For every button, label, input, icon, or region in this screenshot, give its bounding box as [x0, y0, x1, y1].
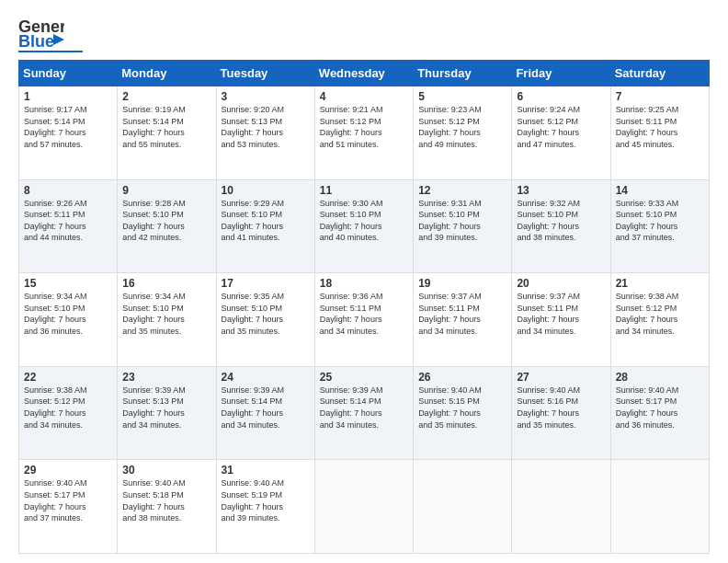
calendar-cell: 16Sunrise: 9:34 AM Sunset: 5:10 PM Dayli…	[118, 273, 216, 367]
calendar-cell: 29Sunrise: 9:40 AM Sunset: 5:17 PM Dayli…	[19, 460, 118, 554]
day-number: 21	[616, 277, 704, 290]
calendar-cell: 6Sunrise: 9:24 AM Sunset: 5:12 PM Daylig…	[512, 86, 610, 180]
day-number: 29	[24, 464, 112, 477]
day-info: Sunrise: 9:40 AM Sunset: 5:19 PM Dayligh…	[222, 477, 310, 523]
day-number: 22	[24, 371, 112, 384]
calendar-cell: 31Sunrise: 9:40 AM Sunset: 5:19 PM Dayli…	[216, 460, 314, 554]
calendar-week-3: 15Sunrise: 9:34 AM Sunset: 5:10 PM Dayli…	[19, 273, 710, 367]
day-info: Sunrise: 9:35 AM Sunset: 5:10 PM Dayligh…	[222, 291, 310, 337]
calendar-cell: 21Sunrise: 9:38 AM Sunset: 5:12 PM Dayli…	[610, 273, 709, 367]
calendar-cell: 26Sunrise: 9:40 AM Sunset: 5:15 PM Dayli…	[414, 366, 512, 460]
day-number: 20	[517, 277, 605, 290]
day-info: Sunrise: 9:39 AM Sunset: 5:14 PM Dayligh…	[222, 385, 310, 431]
calendar-cell: 13Sunrise: 9:32 AM Sunset: 5:10 PM Dayli…	[512, 179, 610, 273]
day-number: 15	[24, 277, 112, 290]
day-info: Sunrise: 9:34 AM Sunset: 5:10 PM Dayligh…	[122, 291, 210, 337]
day-number: 8	[24, 184, 112, 197]
day-number: 24	[222, 371, 310, 384]
calendar-week-5: 29Sunrise: 9:40 AM Sunset: 5:17 PM Dayli…	[19, 460, 710, 554]
calendar-cell: 4Sunrise: 9:21 AM Sunset: 5:12 PM Daylig…	[314, 86, 413, 180]
day-info: Sunrise: 9:20 AM Sunset: 5:13 PM Dayligh…	[222, 104, 310, 150]
day-info: Sunrise: 9:37 AM Sunset: 5:11 PM Dayligh…	[517, 291, 605, 337]
day-info: Sunrise: 9:34 AM Sunset: 5:10 PM Dayligh…	[24, 291, 112, 337]
calendar-cell: 12Sunrise: 9:31 AM Sunset: 5:10 PM Dayli…	[414, 179, 512, 273]
day-number: 26	[418, 371, 506, 384]
calendar-header-row: SundayMondayTuesdayWednesdayThursdayFrid…	[19, 61, 710, 86]
calendar-week-2: 8Sunrise: 9:26 AM Sunset: 5:11 PM Daylig…	[19, 179, 710, 273]
svg-text:Blue: Blue	[18, 32, 54, 51]
calendar-cell: 5Sunrise: 9:23 AM Sunset: 5:12 PM Daylig…	[414, 86, 512, 180]
day-number: 16	[122, 277, 210, 290]
col-header-tuesday: Tuesday	[216, 61, 314, 86]
day-number: 30	[122, 464, 210, 477]
day-number: 9	[122, 184, 210, 197]
calendar-cell	[610, 460, 709, 554]
day-info: Sunrise: 9:19 AM Sunset: 5:14 PM Dayligh…	[122, 104, 210, 150]
calendar-cell: 15Sunrise: 9:34 AM Sunset: 5:10 PM Dayli…	[19, 273, 118, 367]
calendar-week-4: 22Sunrise: 9:38 AM Sunset: 5:12 PM Dayli…	[19, 366, 710, 460]
calendar-cell: 20Sunrise: 9:37 AM Sunset: 5:11 PM Dayli…	[512, 273, 610, 367]
day-number: 3	[222, 90, 310, 103]
day-number: 18	[320, 277, 408, 290]
calendar-table: SundayMondayTuesdayWednesdayThursdayFrid…	[18, 60, 710, 554]
calendar-cell	[512, 460, 610, 554]
page: General Blue SundayMondayTuesdayWednesda…	[0, 0, 728, 563]
day-number: 28	[616, 371, 704, 384]
day-info: Sunrise: 9:39 AM Sunset: 5:13 PM Dayligh…	[122, 385, 210, 431]
day-number: 7	[616, 90, 704, 103]
calendar-cell: 14Sunrise: 9:33 AM Sunset: 5:10 PM Dayli…	[610, 179, 709, 273]
col-header-sunday: Sunday	[19, 61, 118, 86]
day-number: 17	[222, 277, 310, 290]
calendar-cell: 10Sunrise: 9:29 AM Sunset: 5:10 PM Dayli…	[216, 179, 314, 273]
day-number: 11	[320, 184, 408, 197]
day-number: 25	[320, 371, 408, 384]
col-header-monday: Monday	[118, 61, 216, 86]
calendar-cell: 11Sunrise: 9:30 AM Sunset: 5:10 PM Dayli…	[314, 179, 413, 273]
day-info: Sunrise: 9:38 AM Sunset: 5:12 PM Dayligh…	[24, 385, 112, 431]
calendar-cell: 22Sunrise: 9:38 AM Sunset: 5:12 PM Dayli…	[19, 366, 118, 460]
calendar-cell: 19Sunrise: 9:37 AM Sunset: 5:11 PM Dayli…	[414, 273, 512, 367]
calendar-cell	[414, 460, 512, 554]
day-info: Sunrise: 9:24 AM Sunset: 5:12 PM Dayligh…	[517, 104, 605, 150]
day-info: Sunrise: 9:36 AM Sunset: 5:11 PM Dayligh…	[320, 291, 408, 337]
day-number: 6	[517, 90, 605, 103]
day-info: Sunrise: 9:40 AM Sunset: 5:17 PM Dayligh…	[24, 477, 112, 523]
col-header-wednesday: Wednesday	[314, 61, 413, 86]
col-header-thursday: Thursday	[414, 61, 512, 86]
day-info: Sunrise: 9:26 AM Sunset: 5:11 PM Dayligh…	[24, 198, 112, 244]
col-header-saturday: Saturday	[610, 61, 709, 86]
day-number: 23	[122, 371, 210, 384]
calendar-cell: 2Sunrise: 9:19 AM Sunset: 5:14 PM Daylig…	[118, 86, 216, 180]
day-info: Sunrise: 9:33 AM Sunset: 5:10 PM Dayligh…	[616, 198, 704, 244]
col-header-friday: Friday	[512, 61, 610, 86]
day-number: 1	[24, 90, 112, 103]
day-number: 12	[418, 184, 506, 197]
day-info: Sunrise: 9:28 AM Sunset: 5:10 PM Dayligh…	[122, 198, 210, 244]
calendar-cell: 1Sunrise: 9:17 AM Sunset: 5:14 PM Daylig…	[19, 86, 118, 180]
day-info: Sunrise: 9:38 AM Sunset: 5:12 PM Dayligh…	[616, 291, 704, 337]
calendar-cell	[314, 460, 413, 554]
calendar-cell: 9Sunrise: 9:28 AM Sunset: 5:10 PM Daylig…	[118, 179, 216, 273]
day-number: 13	[517, 184, 605, 197]
day-number: 31	[222, 464, 310, 477]
calendar-cell: 17Sunrise: 9:35 AM Sunset: 5:10 PM Dayli…	[216, 273, 314, 367]
day-number: 5	[418, 90, 506, 103]
calendar-cell: 25Sunrise: 9:39 AM Sunset: 5:14 PM Dayli…	[314, 366, 413, 460]
day-info: Sunrise: 9:31 AM Sunset: 5:10 PM Dayligh…	[418, 198, 506, 244]
header: General Blue	[18, 14, 710, 52]
calendar-cell: 24Sunrise: 9:39 AM Sunset: 5:14 PM Dayli…	[216, 366, 314, 460]
day-number: 10	[222, 184, 310, 197]
calendar-cell: 3Sunrise: 9:20 AM Sunset: 5:13 PM Daylig…	[216, 86, 314, 180]
calendar-cell: 18Sunrise: 9:36 AM Sunset: 5:11 PM Dayli…	[314, 273, 413, 367]
day-number: 19	[418, 277, 506, 290]
day-info: Sunrise: 9:37 AM Sunset: 5:11 PM Dayligh…	[418, 291, 506, 337]
day-number: 2	[122, 90, 210, 103]
day-info: Sunrise: 9:17 AM Sunset: 5:14 PM Dayligh…	[24, 104, 112, 150]
calendar-cell: 27Sunrise: 9:40 AM Sunset: 5:16 PM Dayli…	[512, 366, 610, 460]
day-number: 4	[320, 90, 408, 103]
day-info: Sunrise: 9:40 AM Sunset: 5:16 PM Dayligh…	[517, 385, 605, 431]
calendar-week-1: 1Sunrise: 9:17 AM Sunset: 5:14 PM Daylig…	[19, 86, 710, 180]
day-number: 14	[616, 184, 704, 197]
calendar-cell: 28Sunrise: 9:40 AM Sunset: 5:17 PM Dayli…	[610, 366, 709, 460]
day-info: Sunrise: 9:30 AM Sunset: 5:10 PM Dayligh…	[320, 198, 408, 244]
